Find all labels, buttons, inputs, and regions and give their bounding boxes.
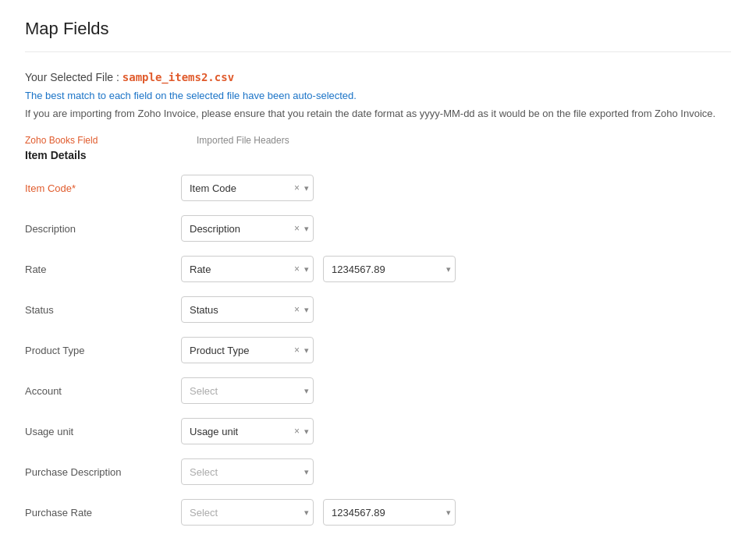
field-label-account: Account	[25, 385, 181, 397]
primary-select-wrapper-description: Description×▾	[181, 215, 314, 242]
field-label-product-type: Product Type	[25, 345, 181, 356]
primary-select-account[interactable]: Select	[181, 377, 314, 404]
primary-select-purchase-description[interactable]: Select	[181, 458, 314, 485]
field-row-usage-unit: Usage unitUsage unit×▾	[25, 417, 731, 445]
imported-file-headers-header: Imported File Headers	[197, 135, 289, 146]
primary-select-wrapper-rate: Rate×▾	[181, 256, 314, 282]
select-clear-product-type[interactable]: ×	[294, 345, 300, 356]
field-label-usage-unit: Usage unit	[25, 426, 181, 437]
field-label-status: Status	[25, 304, 181, 316]
page-title: Map Fields	[25, 19, 731, 52]
section-title: Item Details	[25, 149, 731, 161]
field-label-description: Description	[25, 223, 181, 235]
primary-select-wrapper-usage-unit: Usage unit×▾	[181, 418, 314, 444]
primary-select-wrapper-product-type: Product Type×▾	[181, 337, 314, 363]
field-row-purchase-description: Purchase DescriptionSelect▾	[25, 458, 731, 486]
field-row-product-type: Product TypeProduct Type×▾	[25, 336, 731, 364]
primary-select-purchase-rate[interactable]: Select	[181, 499, 314, 526]
field-label-purchase-description: Purchase Description	[25, 466, 181, 478]
select-clear-rate[interactable]: ×	[294, 264, 300, 274]
secondary-select-purchase-rate[interactable]: 1234567.89	[323, 499, 456, 526]
primary-select-wrapper-account: Select▾	[181, 377, 314, 404]
field-label-rate: Rate	[25, 264, 181, 275]
select-clear-description[interactable]: ×	[294, 223, 300, 234]
zoho-books-field-header: Zoho Books Field	[25, 135, 181, 146]
select-clear-status[interactable]: ×	[294, 304, 300, 315]
field-row-account: AccountSelect▾	[25, 377, 731, 405]
field-row-description: DescriptionDescription×▾	[25, 214, 731, 242]
field-row-item-code: Item Code*Item Code×▾	[25, 174, 731, 202]
zoho-invoice-message: If you are importing from Zoho Invoice, …	[25, 108, 731, 119]
field-label-item-code: Item Code*	[25, 182, 181, 194]
fields-container: Item Code*Item Code×▾DescriptionDescript…	[25, 174, 731, 526]
select-clear-item-code[interactable]: ×	[294, 182, 300, 193]
secondary-select-wrapper-rate: 1234567.89▾	[323, 256, 456, 282]
select-clear-usage-unit[interactable]: ×	[294, 426, 300, 437]
auto-selected-message: The best match to each field on the sele…	[25, 90, 731, 101]
primary-select-wrapper-status: Status×▾	[181, 296, 314, 323]
primary-select-wrapper-item-code: Item Code×▾	[181, 175, 314, 201]
file-label: Your Selected File :	[25, 71, 119, 83]
file-line: Your Selected File : sample_items2.csv	[25, 71, 731, 83]
primary-select-wrapper-purchase-rate: Select▾	[181, 499, 314, 526]
columns-header: Zoho Books Field Imported File Headers	[25, 135, 731, 146]
field-row-status: StatusStatus×▾	[25, 296, 731, 324]
field-row-purchase-rate: Purchase RateSelect▾1234567.89▾	[25, 498, 731, 526]
field-row-rate: RateRate×▾1234567.89▾	[25, 255, 731, 283]
file-name: sample_items2.csv	[122, 71, 234, 83]
field-label-purchase-rate: Purchase Rate	[25, 507, 181, 519]
secondary-select-wrapper-purchase-rate: 1234567.89▾	[323, 499, 456, 526]
primary-select-wrapper-purchase-description: Select▾	[181, 458, 314, 485]
secondary-select-rate[interactable]: 1234567.89	[323, 256, 456, 282]
